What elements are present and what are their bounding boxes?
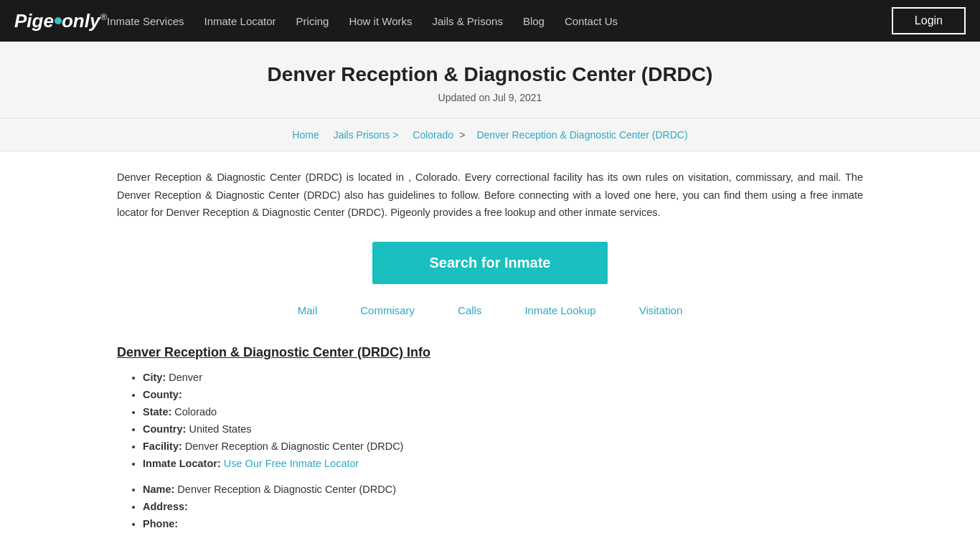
address-section: Name: Denver Reception & Diagnostic Cent…	[117, 484, 863, 529]
search-inmate-button[interactable]: Search for Inmate	[372, 242, 608, 284]
breadcrumb-state[interactable]: Colorado	[413, 129, 453, 141]
list-item: Address:	[143, 501, 863, 512]
info-section-heading: Denver Reception & Diagnostic Center (DR…	[117, 345, 863, 360]
nav-links: Inmate Services Inmate Locator Pricing H…	[107, 15, 892, 27]
facility-description: Denver Reception & Diagnostic Center (DR…	[117, 169, 863, 222]
search-button-container: Search for Inmate	[117, 242, 863, 284]
nav-inmate-services[interactable]: Inmate Services	[107, 15, 184, 27]
list-item: Facility: Denver Reception & Diagnostic …	[143, 441, 863, 452]
list-item: Inmate Locator: Use Our Free Inmate Loca…	[143, 458, 863, 469]
list-item: County:	[143, 389, 863, 400]
breadcrumb: Home Jails Prisons > Colorado > Denver R…	[0, 118, 980, 151]
list-item: Name: Denver Reception & Diagnostic Cent…	[143, 484, 863, 495]
navbar: Pigeonly® Inmate Services Inmate Locator…	[0, 0, 980, 42]
list-item: State: Colorado	[143, 406, 863, 418]
page-header: Denver Reception & Diagnostic Center (DR…	[0, 42, 980, 118]
info-section: Denver Reception & Diagnostic Center (DR…	[117, 345, 863, 469]
main-content: Denver Reception & Diagnostic Center (DR…	[95, 151, 885, 551]
breadcrumb-facility[interactable]: Denver Reception & Diagnostic Center (DR…	[476, 129, 687, 141]
list-item: Phone:	[143, 518, 863, 529]
inmate-locator-link[interactable]: Use Our Free Inmate Locator	[224, 458, 359, 469]
breadcrumb-jails[interactable]: Jails Prisons >	[334, 129, 399, 141]
site-logo[interactable]: Pigeonly®	[14, 10, 107, 32]
info-list: City: Denver County: State: Colorado Cou…	[117, 372, 863, 469]
breadcrumb-home[interactable]: Home	[292, 129, 319, 141]
nav-inmate-locator[interactable]: Inmate Locator	[204, 15, 276, 27]
nav-blog[interactable]: Blog	[523, 15, 545, 27]
tab-inmate-lookup[interactable]: Inmate Lookup	[524, 304, 595, 319]
tab-mail[interactable]: Mail	[298, 304, 318, 319]
list-item: City: Denver	[143, 372, 863, 383]
login-button[interactable]: Login	[892, 7, 966, 34]
page-title: Denver Reception & Diagnostic Center (DR…	[14, 63, 966, 86]
content-tabs: Mail Commisary Calls Inmate Lookup Visit…	[117, 304, 863, 319]
tab-calls[interactable]: Calls	[458, 304, 481, 319]
address-list: Name: Denver Reception & Diagnostic Cent…	[117, 484, 863, 529]
nav-contact-us[interactable]: Contact Us	[565, 15, 618, 27]
nav-how-it-works[interactable]: How it Works	[349, 15, 412, 27]
tab-commisary[interactable]: Commisary	[360, 304, 415, 319]
tab-visitation[interactable]: Visitation	[639, 304, 683, 319]
nav-jails-prisons[interactable]: Jails & Prisons	[433, 15, 503, 27]
list-item: Country: United States	[143, 423, 863, 435]
nav-pricing[interactable]: Pricing	[296, 15, 329, 27]
updated-date: Updated on Jul 9, 2021	[14, 92, 966, 103]
